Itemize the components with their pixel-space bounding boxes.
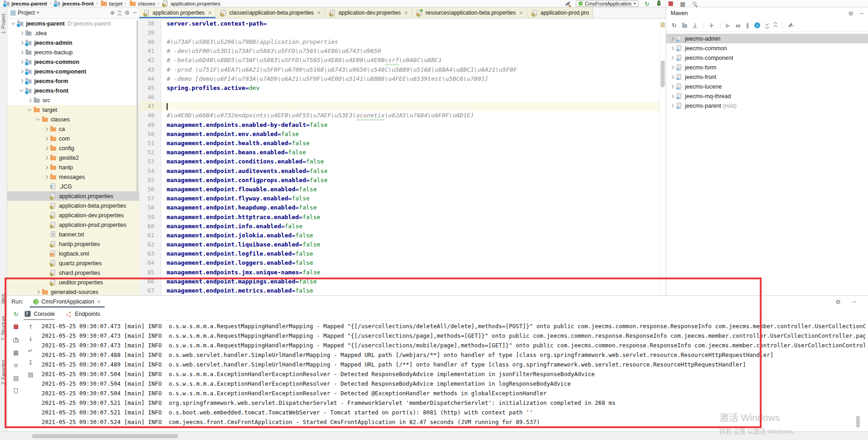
tree-chevron-icon[interactable] bbox=[669, 85, 675, 88]
search-icon[interactable] bbox=[691, 0, 698, 7]
stripe-structure-button[interactable]: 7: Structure bbox=[0, 316, 6, 340]
tree-chevron-icon[interactable] bbox=[43, 128, 49, 131]
editor-line[interactable]: 48#\u4E0D\u66B4\u9732endpoints\u4EFB\u4F… bbox=[139, 111, 666, 120]
coverage-icon[interactable]: ▦ bbox=[679, 0, 686, 7]
locate-file-icon[interactable]: ⊕ bbox=[110, 10, 115, 16]
editor-line[interactable]: 66management.endpoint.mappings.enabled=f… bbox=[139, 277, 666, 286]
breadcrumb-item[interactable]: jeecms-front bbox=[53, 0, 94, 7]
print-icon[interactable]: ▤ bbox=[26, 371, 35, 378]
editor-line[interactable]: 46 bbox=[139, 93, 666, 102]
gear-icon[interactable]: ⚙ bbox=[848, 10, 854, 17]
maven-module-item[interactable]: jeecms-component bbox=[666, 53, 868, 63]
editor-line[interactable]: 58management.endpoint.heapdump.enabled=f… bbox=[139, 203, 666, 212]
tree-item[interactable]: banner.txt bbox=[7, 230, 139, 239]
tree-chevron-icon[interactable] bbox=[669, 105, 675, 107]
maven-module-item[interactable]: jeecms-admin bbox=[666, 34, 868, 43]
tree-item[interactable]: jeecms-form bbox=[7, 76, 139, 86]
editor-line[interactable]: 57management.endpoint.flyway.enabled=fal… bbox=[139, 194, 666, 203]
tree-item[interactable]: .idea bbox=[7, 28, 139, 38]
tree-chevron-icon[interactable] bbox=[18, 32, 25, 35]
maven-module-item[interactable]: jeecms-parent(root) bbox=[666, 101, 868, 110]
run-tab[interactable]: CmsFrontApplication ✕ bbox=[30, 296, 104, 308]
tree-chevron-icon[interactable] bbox=[43, 176, 49, 178]
editor-line[interactable]: 62management.endpoint.liquibase.enabled=… bbox=[139, 240, 666, 249]
expand-all-icon[interactable] bbox=[766, 22, 768, 28]
editor-line[interactable]: 44# -demo [demo\u6F14\u793A\u7AD9\u6A21\… bbox=[139, 74, 666, 83]
add-maven-project-icon[interactable]: + bbox=[709, 21, 715, 30]
editor-scrollbar[interactable] bbox=[659, 19, 666, 295]
tree-item[interactable]: jeecms-front bbox=[7, 86, 139, 95]
tree-item[interactable]: com bbox=[7, 134, 139, 143]
close-icon[interactable]: ✕ bbox=[96, 299, 100, 305]
close-icon[interactable]: ✕ bbox=[208, 10, 212, 16]
maven-module-item[interactable]: jeecms-lucene bbox=[666, 82, 868, 91]
tree-chevron-icon[interactable] bbox=[669, 57, 675, 59]
print-icon[interactable]: ▤ bbox=[12, 374, 20, 382]
maven-module-item[interactable]: jeecms-common bbox=[666, 43, 868, 53]
tree-chevron-icon[interactable] bbox=[669, 47, 675, 50]
console-tab-console[interactable]: Console bbox=[24, 308, 55, 320]
editor-line[interactable]: 43# -prod \u751F\u4EA7\u6A21\u5F0F\u6700… bbox=[139, 65, 666, 74]
rerun-icon[interactable]: ↻ bbox=[12, 310, 20, 318]
tree-chevron-icon[interactable] bbox=[43, 137, 49, 140]
editor-line[interactable]: 50management.endpoint.env.enabled=false bbox=[139, 129, 666, 138]
hide-panel-icon[interactable]: ─ bbox=[852, 299, 856, 305]
stripe-web-button[interactable]: Web bbox=[0, 294, 6, 304]
console-scrollbar-thumb[interactable] bbox=[856, 416, 860, 428]
tree-item[interactable]: hanlp.properties bbox=[7, 239, 139, 249]
tree-chevron-icon[interactable] bbox=[26, 109, 33, 110]
stripe-project-button[interactable]: 1: Project bbox=[0, 14, 6, 34]
tree-item[interactable]: target bbox=[7, 105, 139, 115]
editor-line[interactable]: 56management.endpoint.flowable.enabled=f… bbox=[139, 184, 666, 194]
breadcrumb-item[interactable]: application.properties bbox=[162, 0, 220, 7]
debug-icon[interactable] bbox=[655, 0, 663, 7]
rerun-app-icon[interactable]: ↻ bbox=[643, 0, 651, 7]
tree-chevron-icon[interactable] bbox=[26, 99, 33, 102]
tree-item[interactable]: classes bbox=[7, 115, 139, 124]
run-config-select[interactable]: CmsFrontApplication bbox=[576, 0, 639, 7]
hide-panel-icon[interactable]: ─ bbox=[860, 10, 863, 17]
reimport-maven-icon[interactable]: ↻ bbox=[672, 22, 677, 29]
restore-layout-icon[interactable]: ▦ bbox=[12, 349, 20, 356]
tree-item[interactable]: config bbox=[7, 143, 139, 153]
tree-chevron-icon[interactable] bbox=[43, 166, 49, 169]
tree-item[interactable]: application-prod.properties bbox=[7, 220, 139, 230]
tree-chevron-icon[interactable] bbox=[18, 70, 25, 73]
tree-chevron-icon[interactable] bbox=[18, 51, 25, 54]
hide-panel-icon[interactable]: ─ bbox=[133, 10, 137, 16]
tree-chevron-icon[interactable] bbox=[35, 119, 41, 120]
console-tab-endpoints[interactable]: Endpoints bbox=[65, 308, 100, 320]
maven-module-item[interactable]: jeecms-mq-thread bbox=[666, 91, 868, 101]
up-stack-trace-icon[interactable]: ↑ bbox=[26, 323, 35, 330]
editor-line[interactable]: 45spring.profiles.active=dev bbox=[139, 83, 666, 92]
tree-item[interactable]: src bbox=[7, 95, 139, 105]
collapse-all-icon[interactable] bbox=[774, 22, 777, 28]
editor-line[interactable]: 65management.endpoints.jmx.unique-names=… bbox=[139, 267, 666, 277]
tree-item[interactable]: ca bbox=[7, 124, 139, 134]
generate-sources-icon[interactable] bbox=[682, 23, 687, 28]
tree-item[interactable]: messages bbox=[7, 172, 139, 182]
tree-item[interactable]: application.properties bbox=[7, 191, 139, 201]
maven-module-item[interactable]: jeecms-front bbox=[666, 72, 868, 82]
tree-chevron-icon[interactable] bbox=[43, 147, 49, 150]
editor-tab[interactable]: application.properties✕ bbox=[139, 7, 216, 18]
tree-chevron-icon[interactable] bbox=[669, 76, 675, 79]
editor-line[interactable]: 67management.endpoint.metrics.enabled=fa… bbox=[139, 286, 666, 295]
horizontal-scrollbar-thumb[interactable] bbox=[32, 434, 178, 438]
editor-line[interactable]: 55management.endpoint.configprops.enable… bbox=[139, 175, 666, 184]
close-icon[interactable]: ✕ bbox=[519, 10, 523, 16]
tree-item[interactable]: quartz.properties bbox=[7, 258, 139, 268]
tree-item[interactable]: jeecms-component bbox=[7, 67, 139, 76]
close-icon[interactable]: ✕ bbox=[317, 10, 321, 16]
warning-stripe-mark[interactable] bbox=[661, 22, 665, 27]
tree-item[interactable]: ueditor.properties bbox=[7, 278, 139, 287]
download-sources-icon[interactable]: ↓ bbox=[693, 23, 697, 28]
breadcrumb-item[interactable]: target bbox=[100, 0, 122, 7]
skip-tests-icon[interactable]: ∦ bbox=[746, 22, 749, 29]
close-icon[interactable]: ✕ bbox=[404, 10, 408, 16]
tree-chevron-icon[interactable] bbox=[669, 66, 675, 69]
editor-tab[interactable]: application-dev.properties✕ bbox=[325, 7, 412, 18]
editor-tab[interactable]: resources\application-beta.properties✕ bbox=[412, 7, 527, 18]
tree-chevron-icon[interactable] bbox=[18, 90, 25, 91]
editor-line[interactable]: 64management.endpoint.loggers.enabled=fa… bbox=[139, 258, 666, 267]
